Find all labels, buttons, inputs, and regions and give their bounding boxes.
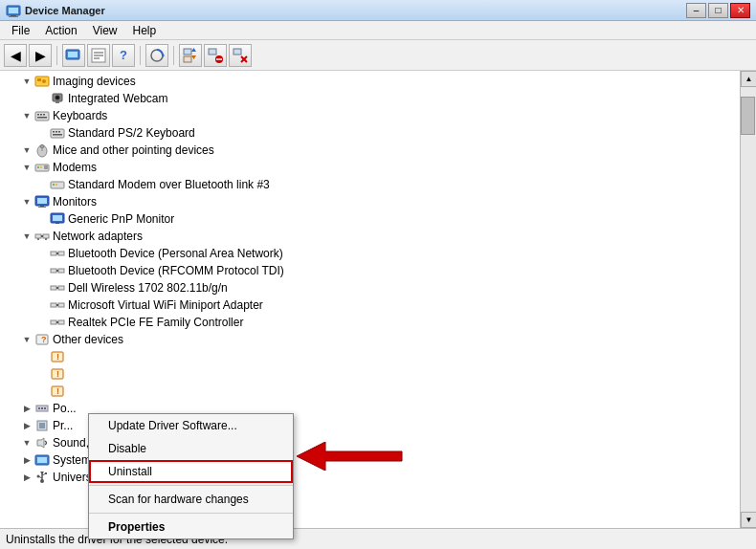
svg-rect-32 <box>43 114 45 116</box>
context-menu-disable[interactable]: Disable <box>89 437 293 460</box>
label-ports: Po... <box>53 402 77 415</box>
tree-item-dell[interactable]: Dell Wireless 1702 802.11b/g/n <box>0 279 740 296</box>
tree-item-monitor1[interactable]: Generic PnP Monitor <box>0 210 740 228</box>
title-bar-title: Device Manager <box>25 5 686 16</box>
scroll-track[interactable] <box>741 87 756 512</box>
tree-item-netadapters[interactable]: ▼ Network adapters <box>0 228 740 245</box>
svg-rect-70 <box>51 303 56 307</box>
tree-item-other2[interactable]: ! <box>0 365 740 383</box>
svg-rect-23 <box>37 78 41 81</box>
context-menu-scan[interactable]: Scan for hardware changes <box>89 488 293 511</box>
expand-imaging[interactable]: ▼ <box>19 74 34 89</box>
scroll-thumb[interactable] <box>741 97 755 135</box>
svg-rect-3 <box>9 16 18 17</box>
expand-system[interactable]: ▶ <box>19 452 34 468</box>
toolbar-update[interactable] <box>179 44 202 67</box>
minimize-button[interactable]: – <box>686 3 706 18</box>
svg-text:?: ? <box>41 335 47 344</box>
icon-usb <box>34 470 50 485</box>
svg-rect-55 <box>56 223 59 224</box>
tree-item-mice[interactable]: ▼ Mice and other pointing devices <box>0 142 740 159</box>
tree-item-webcam[interactable]: Integrated Webcam <box>0 90 740 107</box>
label-modems: Modems <box>53 161 97 174</box>
tree-item-other3[interactable]: ! <box>0 383 740 400</box>
expand-other[interactable]: ▼ <box>19 332 34 347</box>
expand-bt1 <box>34 246 50 261</box>
tree-item-modem1[interactable]: Standard Modem over Bluetooth link #3 <box>0 176 740 193</box>
icon-webcam <box>50 91 65 106</box>
expand-ports[interactable]: ▶ <box>19 401 34 416</box>
menu-action[interactable]: Action <box>37 22 84 39</box>
toolbar-device-manager[interactable] <box>62 44 85 67</box>
label-other3 <box>68 384 71 398</box>
expand-usb[interactable]: ▶ <box>19 470 34 485</box>
icon-modems <box>34 160 50 175</box>
expand-sound[interactable]: ▼ <box>19 435 34 450</box>
close-button[interactable]: ✕ <box>730 3 750 18</box>
svg-point-44 <box>40 166 42 168</box>
label-imaging: Imaging devices <box>53 75 136 88</box>
svg-marker-94 <box>40 472 44 474</box>
context-menu-update[interactable]: Update Driver Software... <box>89 414 293 437</box>
expand-netadapters[interactable]: ▼ <box>19 229 34 244</box>
icon-msvirt <box>50 297 65 313</box>
svg-rect-60 <box>45 238 47 240</box>
scroll-up[interactable]: ▲ <box>741 71 756 87</box>
tree-item-other[interactable]: ▼ ? Other devices <box>0 331 740 348</box>
svg-point-99 <box>40 479 44 483</box>
menu-file[interactable]: File <box>4 22 37 39</box>
svg-rect-52 <box>38 207 46 208</box>
toolbar-scan[interactable] <box>145 44 168 67</box>
tree-item-monitors[interactable]: ▼ Monitors <box>0 193 740 210</box>
scroll-down[interactable]: ▼ <box>741 512 756 528</box>
label-realtek: Realtek PCIe FE Family Controller <box>68 316 243 329</box>
expand-mice[interactable]: ▼ <box>19 143 34 158</box>
toolbar-uninstall[interactable] <box>229 44 252 67</box>
icon-other1: ! <box>50 349 65 364</box>
expand-other2 <box>34 366 50 382</box>
toolbar-forward[interactable]: ▶ <box>29 44 52 67</box>
label-other2 <box>68 367 71 381</box>
svg-rect-92 <box>37 457 47 463</box>
maximize-button[interactable]: □ <box>708 3 728 18</box>
svg-point-47 <box>53 184 55 186</box>
context-menu-uninstall[interactable]: Uninstall <box>89 460 293 483</box>
tree-item-modems[interactable]: ▼ Modems <box>0 159 740 176</box>
svg-rect-68 <box>58 286 64 290</box>
context-menu-properties[interactable]: Properties <box>89 516 293 538</box>
menu-help[interactable]: Help <box>125 22 165 39</box>
tree-item-keyboards[interactable]: ▼ Keyboards <box>0 107 740 124</box>
expand-proc[interactable]: ▶ <box>19 418 34 433</box>
tree-item-bt1[interactable]: Bluetooth Device (Personal Area Network) <box>0 245 740 262</box>
svg-rect-38 <box>53 134 62 136</box>
expand-monitors[interactable]: ▼ <box>19 194 34 209</box>
scrollbar[interactable]: ▲ ▼ <box>740 71 756 528</box>
svg-rect-46 <box>51 182 64 188</box>
toolbar-back[interactable]: ◀ <box>4 44 27 67</box>
svg-rect-12 <box>184 49 191 55</box>
expand-modems[interactable]: ▼ <box>19 160 34 175</box>
svg-point-98 <box>37 475 40 478</box>
svg-rect-2 <box>11 15 16 16</box>
label-netadapters: Network adapters <box>53 230 143 243</box>
tree-item-imaging[interactable]: ▼ Imaging devices <box>0 73 740 90</box>
tree-item-bt2[interactable]: Bluetooth Device (RFCOMM Protocol TDI) <box>0 262 740 279</box>
svg-rect-67 <box>51 286 56 290</box>
tree-item-ps2kb[interactable]: Standard PS/2 Keyboard <box>0 124 740 142</box>
toolbar-disable[interactable] <box>204 44 227 67</box>
icon-proc <box>34 418 50 433</box>
label-ps2kb: Standard PS/2 Keyboard <box>68 126 195 140</box>
expand-keyboards[interactable]: ▼ <box>19 108 34 123</box>
svg-rect-86 <box>41 407 43 409</box>
tree-item-msvirt[interactable]: Microsoft Virtual WiFi Miniport Adapter <box>0 296 740 314</box>
svg-point-43 <box>37 166 39 168</box>
tree-item-other1[interactable]: ! <box>0 348 740 365</box>
svg-rect-89 <box>39 423 45 428</box>
svg-rect-74 <box>58 320 64 324</box>
toolbar-properties[interactable] <box>87 44 110 67</box>
menu-view[interactable]: View <box>85 22 125 39</box>
svg-rect-16 <box>209 49 216 55</box>
svg-rect-61 <box>51 252 56 255</box>
toolbar-help[interactable]: ? <box>112 44 135 67</box>
tree-item-realtek[interactable]: Realtek PCIe FE Family Controller <box>0 314 740 331</box>
